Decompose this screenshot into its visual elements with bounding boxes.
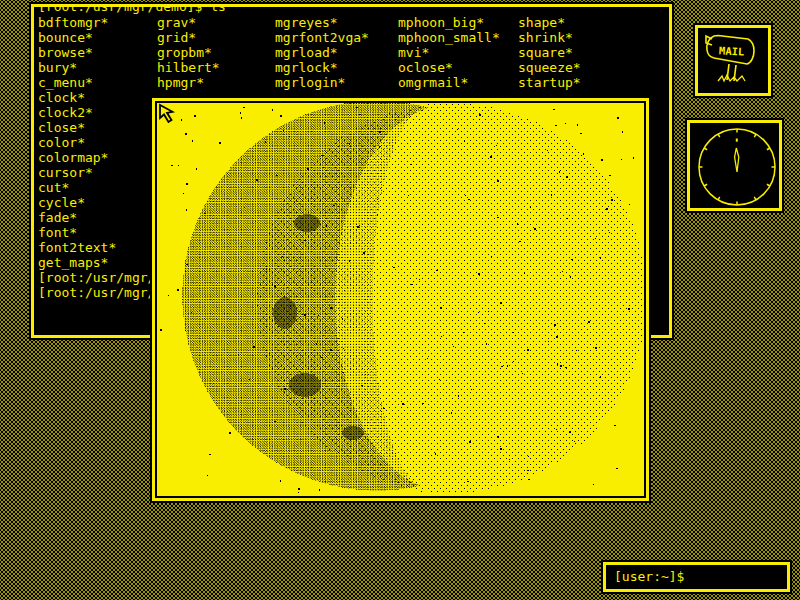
file-entry: hpmgr* [157, 75, 220, 90]
file-entry: bdftomgr* [38, 15, 116, 30]
clock-window[interactable] [687, 120, 782, 211]
prompt-line: [root:/usr/mgr/ [38, 270, 155, 285]
file-entry: cut* [38, 180, 116, 195]
prompt-line: [root:/usr/mgr/ [38, 285, 155, 300]
file-entry: square* [518, 45, 581, 60]
file-entry: grav* [157, 15, 220, 30]
file-entry: cycle* [38, 195, 116, 210]
clock-icon [690, 123, 779, 208]
file-column: mgreyes*mgrfont2vga*mgrload*mgrlock*mgrl… [275, 15, 369, 90]
file-column: shape*shrink*square*squeeze*startup* [518, 15, 581, 90]
desktop-background[interactable]: { "colors":{"accent_yellow":"#faee00","b… [0, 0, 800, 600]
file-entry: clock* [38, 90, 116, 105]
file-entry: close* [38, 120, 116, 135]
clock-hand [735, 148, 739, 172]
file-entry: mgreyes* [275, 15, 369, 30]
file-entry: oclose* [398, 60, 500, 75]
file-entry: mphoon_small* [398, 30, 500, 45]
file-entry: omgrmail* [398, 75, 500, 90]
file-entry: get_maps* [38, 255, 116, 270]
file-entry: shape* [518, 15, 581, 30]
file-entry: mgrfont2vga* [275, 30, 369, 45]
moon-phase-image [157, 103, 644, 496]
mail-window[interactable]: MAIL [695, 25, 771, 96]
shell-prompts: [root:/usr/mgr/[root:/usr/mgr/ [38, 270, 155, 300]
file-entry: cursor* [38, 165, 116, 180]
file-entry: font* [38, 225, 116, 240]
file-entry: mvi* [398, 45, 500, 60]
file-entry: color* [38, 135, 116, 150]
file-entry: clock2* [38, 105, 116, 120]
file-entry: font2text* [38, 240, 116, 255]
file-entry: fade* [38, 210, 116, 225]
file-entry: bounce* [38, 30, 116, 45]
shell-prompt-text: [user:~]$ [606, 565, 787, 589]
clock-second-hand-tip [736, 139, 738, 142]
file-column: grav*grid*gropbm*hilbert*hpmgr* [157, 15, 220, 90]
file-entry: squeeze* [518, 60, 581, 75]
file-entry: mphoon_big* [398, 15, 500, 30]
mailbox-label: MAIL [719, 44, 745, 57]
file-entry: colormap* [38, 150, 116, 165]
file-entry: mgrload* [275, 45, 369, 60]
shell-prompt-window[interactable]: [user:~]$ [603, 562, 790, 592]
file-entry: startup* [518, 75, 581, 90]
file-entry: grid* [157, 30, 220, 45]
file-entry: mgrlogin* [275, 75, 369, 90]
file-column: mphoon_big*mphoon_small*mvi*oclose*omgrm… [398, 15, 500, 90]
file-entry: shrink* [518, 30, 581, 45]
file-entry: hilbert* [157, 60, 220, 75]
file-entry: gropbm* [157, 45, 220, 60]
file-entry: c_menu* [38, 75, 116, 90]
file-column: bdftomgr*bounce*browse*bury*c_menu*clock… [38, 15, 116, 270]
mailbox-icon: MAIL [698, 28, 764, 89]
moon-phase-window[interactable] [152, 98, 649, 501]
mouse-cursor-icon [157, 103, 177, 125]
file-entry: bury* [38, 60, 116, 75]
file-entry: mgrlock* [275, 60, 369, 75]
clipped-prompt-line: [root:/usr/mgr/demo]$ ls [38, 7, 226, 14]
file-entry: browse* [38, 45, 116, 60]
